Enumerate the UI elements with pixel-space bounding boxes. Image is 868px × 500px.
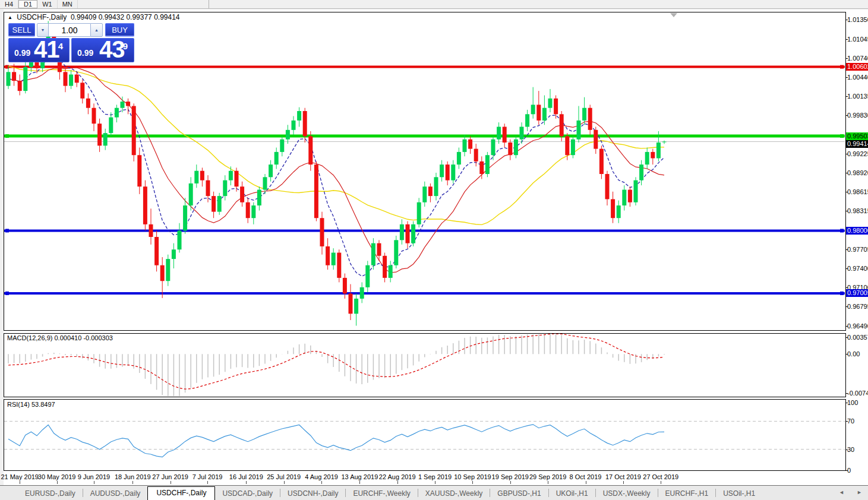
- price-axis-tick: 0.96490: [847, 322, 868, 330]
- timeframe-toolbar: H4D1W1MN: [0, 0, 868, 9]
- price-axis-tick: 0.97705: [847, 246, 868, 253]
- date-axis-label: 22 Aug 2019: [379, 473, 416, 480]
- price-axis-tick: 0.98315: [847, 207, 868, 214]
- chart-active-icon: ▲: [8, 15, 12, 20]
- sell-button[interactable]: SELL: [8, 23, 35, 37]
- tab-usdchf-daily[interactable]: USDCHF-,Daily: [147, 486, 215, 500]
- tab-gbpusd-h1[interactable]: GBPUSD-,H1: [490, 488, 548, 500]
- trading-terminal: H4D1W1MN 21 May 201930 May 20199 Jun 201…: [0, 0, 868, 500]
- sell-price-big: 41: [34, 36, 59, 63]
- date-axis-tick: [359, 481, 360, 484]
- macd-axis-tick: -0.00749: [847, 390, 868, 397]
- rsi-axis-tick: 70: [847, 417, 854, 425]
- date-axis-tick: [661, 481, 661, 484]
- sell-price-prefix: 0.99: [14, 48, 30, 58]
- volume-increase-button[interactable]: ▲: [90, 23, 103, 37]
- buy-price-pip: 9: [123, 41, 128, 51]
- date-axis-tick: [57, 481, 58, 484]
- price-axis-tick: 0.98615: [847, 188, 868, 195]
- date-axis-label: 19 Sep 2019: [492, 473, 529, 480]
- date-axis-tick: [94, 481, 94, 484]
- timeframe-button-h4[interactable]: H4: [0, 0, 18, 8]
- date-axis-tick: [246, 481, 247, 484]
- toolbar-divider: [209, 0, 209, 8]
- price-axis-tick: 0.99830: [847, 112, 868, 119]
- rsi-axis-tick: 100: [847, 399, 858, 406]
- macd-axis-tick: 0.003574: [847, 334, 868, 341]
- buy-price-big: 43: [99, 36, 125, 63]
- rsi-axis-tick: 0: [847, 467, 851, 474]
- timeframe-button-mn[interactable]: MN: [58, 0, 78, 8]
- rsi-axis-tick: 30: [847, 446, 854, 453]
- date-axis-tick: [207, 481, 208, 484]
- date-axis-label: 4 Aug 2019: [305, 473, 338, 480]
- price-badge: 0.99414: [846, 140, 868, 148]
- price-axis-tick: 1.00135: [847, 93, 868, 100]
- volume-decrease-button[interactable]: ▼: [37, 23, 49, 37]
- macd-axis-tick: 0.00: [847, 350, 860, 357]
- tab-scroll-right-icon[interactable]: ►: [857, 489, 862, 495]
- price-axis-tick: 0.99225: [847, 150, 868, 157]
- date-axis-label: 18 Jun 2019: [115, 473, 151, 480]
- price-axis-tick: 1.00740: [847, 55, 868, 62]
- price-axis[interactable]: 1.013501.010451.007401.004401.001350.998…: [846, 10, 868, 485]
- date-axis-label: 13 Aug 2019: [341, 473, 378, 480]
- date-axis-label: 16 Jul 2019: [229, 473, 263, 480]
- price-axis-tick: 0.98920: [847, 169, 868, 176]
- chart-title-symbol: USDCHF-,Daily: [17, 13, 67, 21]
- trade-panel: SELL ▼ ▲ BUY 0.99 41 4 0.99 43 9: [8, 23, 134, 62]
- tab-eurchf-h1[interactable]: EURCHF-,H1: [658, 488, 716, 500]
- date-axis-tick: [586, 481, 586, 484]
- buy-button[interactable]: BUY: [105, 23, 134, 37]
- price-axis-tick: 0.97400: [847, 265, 868, 272]
- ohlc-high: 0.99432: [99, 13, 124, 21]
- sell-price-tile[interactable]: 0.99 41 4: [8, 38, 70, 62]
- tab-scroll-left-icon[interactable]: ◄: [839, 489, 844, 495]
- date-axis-label: 17 Oct 2019: [605, 473, 641, 480]
- date-axis-label: 10 Sep 2019: [454, 473, 491, 480]
- tab-eurusd-daily[interactable]: EURUSD-,Daily: [18, 488, 83, 500]
- tab-usoil-h1[interactable]: USOil-,H1: [716, 488, 762, 500]
- sell-price-pip: 4: [58, 41, 63, 51]
- date-axis-label: 1 Sep 2019: [418, 473, 452, 480]
- date-axis-tick: [321, 481, 322, 484]
- date-axis-tick: [548, 481, 548, 484]
- price-badge: 1.00602: [846, 63, 868, 71]
- date-axis-label: 25 Jul 2019: [267, 473, 301, 480]
- date-axis-tick: [623, 481, 624, 484]
- buy-price-tile[interactable]: 0.99 43 9: [71, 38, 134, 62]
- price-badge: 0.99503: [846, 132, 868, 140]
- date-axis-tick: [284, 481, 285, 484]
- date-axis-label: 8 Oct 2019: [570, 473, 602, 480]
- tab-usdx-weekly[interactable]: USDX-,Weekly: [596, 488, 658, 500]
- ohlc-open: 0.99409: [71, 13, 96, 21]
- price-axis-tick: 1.01045: [847, 36, 868, 43]
- date-axis[interactable]: 21 May 201930 May 20199 Jun 201918 Jun 2…: [4, 471, 846, 485]
- rsi-panel[interactable]: [4, 399, 846, 471]
- ohlc-close: 0.99414: [154, 13, 179, 21]
- timeframe-button-w1[interactable]: W1: [37, 0, 58, 8]
- timeframe-button-d1[interactable]: D1: [18, 0, 37, 8]
- tab-xauusd-weekly[interactable]: XAUUSD-,Weekly: [418, 488, 490, 500]
- date-axis-label: 21 May 2019: [1, 473, 39, 480]
- date-axis-label: 27 Jun 2019: [152, 473, 188, 480]
- tab-ukoil-h1[interactable]: UKOil-,H1: [549, 488, 595, 500]
- price-axis-tick: 0.96795: [847, 303, 868, 310]
- price-axis-tick: 1.00440: [847, 74, 868, 81]
- date-axis-label: 29 Sep 2019: [529, 473, 566, 480]
- chart-title: ▲ USDCHF-,Daily 0.99409 0.99432 0.99377 …: [8, 13, 180, 21]
- date-axis-tick: [132, 481, 133, 484]
- tab-usdcnh-daily[interactable]: USDCNH-,Daily: [280, 488, 345, 500]
- date-axis-label: 9 Jun 2019: [78, 473, 110, 480]
- tab-audusd-daily[interactable]: AUDUSD-,Daily: [83, 488, 148, 500]
- tab-usdcad-daily[interactable]: USDCAD-,Daily: [215, 488, 280, 500]
- tab-eurchf-weekly[interactable]: EURCHF-,Weekly: [346, 488, 417, 500]
- ohlc-low: 0.99377: [126, 13, 151, 21]
- symbol-tab-bar: EURUSD-,DailyAUDUSD-,DailyUSDCHF-,DailyU…: [0, 485, 868, 500]
- date-axis-label: 30 May 2019: [38, 473, 76, 480]
- price-badge: 0.97005: [846, 289, 868, 297]
- date-axis-tick: [171, 481, 171, 484]
- macd-label: MACD(12,26,9) 0.000410 -0.000303: [7, 334, 113, 341]
- macd-panel[interactable]: [4, 333, 846, 397]
- volume-input[interactable]: [49, 23, 90, 37]
